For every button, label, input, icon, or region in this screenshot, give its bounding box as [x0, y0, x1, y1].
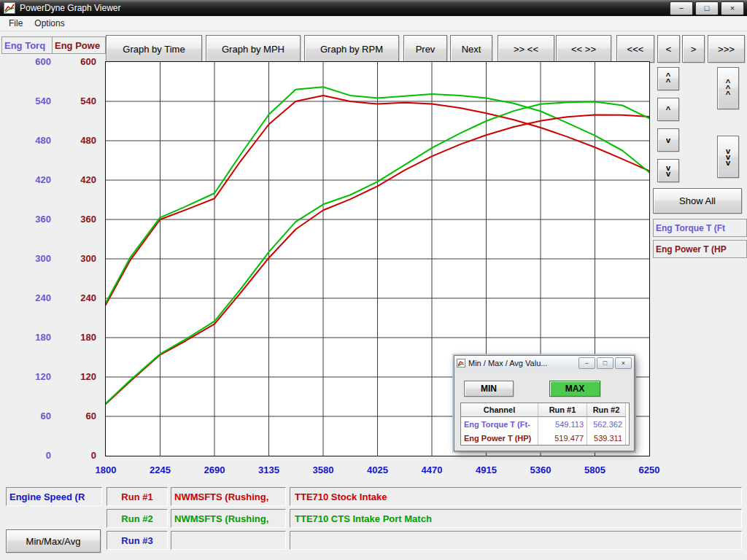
menu-file[interactable]: File — [3, 17, 28, 30]
next-button[interactable]: Next — [450, 35, 492, 63]
powerdyne-window: PowerDyne Graph Viewer − □ × File Option… — [0, 0, 747, 560]
rpm-axis-tick: 3135 — [247, 464, 291, 475]
power-axis-tab[interactable]: Eng Powe — [52, 36, 106, 54]
chevron-up-button[interactable]: ^ — [657, 98, 679, 121]
maximize-button[interactable]: □ — [695, 1, 719, 15]
window-controls: − □ × — [667, 1, 744, 15]
power-axis-tick: 420 — [64, 174, 96, 185]
scroll-far-left-button[interactable]: <<< — [616, 35, 654, 63]
power-axis-tick: 180 — [64, 332, 96, 343]
minmax-body: MIN MAX Channel Run #1 Run #2 Eng Torque… — [454, 370, 634, 451]
torque-axis-tick: 600 — [19, 56, 51, 67]
run1-label[interactable]: Run #1 — [107, 487, 168, 506]
torque-axis-tick: 300 — [19, 253, 51, 264]
run1-source: NWMSFTS (Rushing, — [171, 487, 286, 506]
titlebar[interactable]: PowerDyne Graph Viewer − □ × — [0, 0, 747, 17]
minmax-minimize-button[interactable]: − — [578, 357, 595, 369]
rpm-axis-tick: 2245 — [139, 464, 182, 475]
power-axis-tick: 600 — [64, 56, 96, 67]
run2-source: NWMSFTS (Rushing, — [171, 509, 286, 528]
engine-speed-label[interactable]: Engine Speed (R — [6, 487, 102, 506]
chevron-down-button[interactable]: v — [657, 128, 679, 152]
torque-axis-tick: 60 — [19, 411, 51, 421]
rpm-axis-tick: 5805 — [573, 464, 617, 475]
table-row-torque-run1-value: 549.113 — [538, 417, 587, 431]
minmax-window-title: Min / Max / Avg Valu... — [468, 359, 577, 368]
zoom-out-button[interactable]: << >> — [556, 35, 611, 63]
run2-label[interactable]: Run #2 — [107, 509, 168, 528]
power-axis-tick: 540 — [64, 96, 96, 106]
torque-axis-tick: 540 — [19, 96, 51, 106]
minmaxavg-button[interactable]: Min/Max/Avg — [6, 529, 101, 553]
close-button[interactable]: × — [721, 1, 744, 15]
column-header-channel[interactable]: Channel — [461, 403, 538, 417]
rpm-axis-tick: 1800 — [84, 464, 128, 475]
torque-axis-tab[interactable]: Eng Torq — [1, 36, 53, 54]
minimize-button[interactable]: − — [670, 1, 693, 15]
torque-axis-tick: 360 — [19, 214, 51, 225]
column-header-run2[interactable]: Run #2 — [587, 403, 626, 417]
torque-axis-tick: 240 — [19, 292, 51, 303]
power-axis-tick: 240 — [64, 292, 96, 303]
show-all-button[interactable]: Show All — [653, 188, 742, 214]
power-axis-tick: 300 — [64, 253, 96, 264]
rpm-axis-tick: 3580 — [301, 464, 345, 475]
min-button[interactable]: MIN — [464, 381, 514, 397]
menu-options[interactable]: Options — [28, 17, 70, 30]
rpm-axis-tick: 4470 — [410, 464, 454, 475]
rpm-axis-tick: 4025 — [356, 464, 400, 475]
max-button[interactable]: MAX — [549, 381, 600, 397]
chevron-up-triple-button[interactable]: ^^^ — [717, 67, 739, 109]
table-row-torque-channel: Eng Torque T (Ft- — [461, 417, 538, 431]
torque-axis-tick: 120 — [19, 371, 51, 382]
graph-by-rpm-button[interactable]: Graph by RPM — [304, 35, 399, 63]
rpm-axis-tick: 4915 — [465, 464, 508, 475]
torque-axis-tick: 480 — [19, 135, 51, 146]
step-left-button[interactable]: < — [657, 35, 680, 63]
window-title: PowerDyne Graph Viewer — [20, 3, 121, 13]
table-row-power-run2-value: 539.311 — [587, 431, 626, 445]
graph-by-time-button[interactable]: Graph by Time — [106, 35, 202, 63]
column-header-run1[interactable]: Run #1 — [538, 403, 587, 417]
scroll-far-right-button[interactable]: >>> — [708, 35, 745, 63]
minmax-window-icon — [457, 359, 465, 368]
power-axis-tick: 360 — [64, 214, 96, 225]
chevron-down-double-button[interactable]: vv — [657, 159, 679, 182]
run3-label[interactable]: Run #3 — [107, 531, 168, 550]
power-axis-tick: 480 — [64, 135, 96, 146]
minmax-close-button[interactable]: × — [615, 357, 632, 369]
torque-axis-tick: 180 — [19, 332, 51, 343]
legend-torque-channel[interactable]: Eng Torque T (Ft — [653, 219, 747, 237]
menubar: File Options — [0, 16, 747, 31]
power-axis-tick: 0 — [64, 450, 96, 461]
step-right-button[interactable]: > — [682, 35, 705, 63]
torque-axis-tick: 420 — [19, 174, 51, 185]
legend-power-channel[interactable]: Eng Power T (HP — [653, 240, 747, 258]
run3-description — [290, 531, 742, 550]
torque-axis-tick: 0 — [19, 450, 51, 461]
minmax-window[interactable]: Min / Max / Avg Valu... − □ × MIN MAX Ch… — [454, 355, 635, 451]
chevron-up-double-button[interactable]: ^^ — [657, 67, 679, 90]
table-row-torque-run2-value: 562.362 — [587, 417, 626, 431]
rpm-axis-tick: 5360 — [519, 464, 562, 475]
app-icon — [4, 2, 15, 14]
chevron-down-triple-button[interactable]: vvv — [717, 136, 739, 178]
run1-description: TTE710 Stock Intake — [290, 487, 742, 506]
minmax-titlebar[interactable]: Min / Max / Avg Valu... − □ × — [454, 356, 634, 371]
power-axis-tick: 120 — [64, 371, 96, 382]
graph-by-mph-button[interactable]: Graph by MPH — [206, 35, 301, 63]
run2-description: TTE710 CTS Intake Port Match — [290, 509, 742, 528]
run3-source — [171, 531, 286, 550]
table-row-power-run1-value: 519.477 — [538, 431, 587, 445]
minmax-value-table: Channel Run #1 Run #2 Eng Torque T (Ft- … — [460, 402, 630, 446]
minmax-maximize-button[interactable]: □ — [597, 357, 614, 369]
power-axis-tick: 60 — [64, 411, 96, 421]
zoom-in-button[interactable]: >> << — [498, 35, 554, 63]
prev-button[interactable]: Prev — [403, 35, 447, 63]
rpm-axis-tick: 2690 — [193, 464, 236, 475]
table-row-power-channel: Eng Power T (HP) — [461, 431, 538, 445]
rpm-axis-tick: 6250 — [627, 464, 671, 475]
